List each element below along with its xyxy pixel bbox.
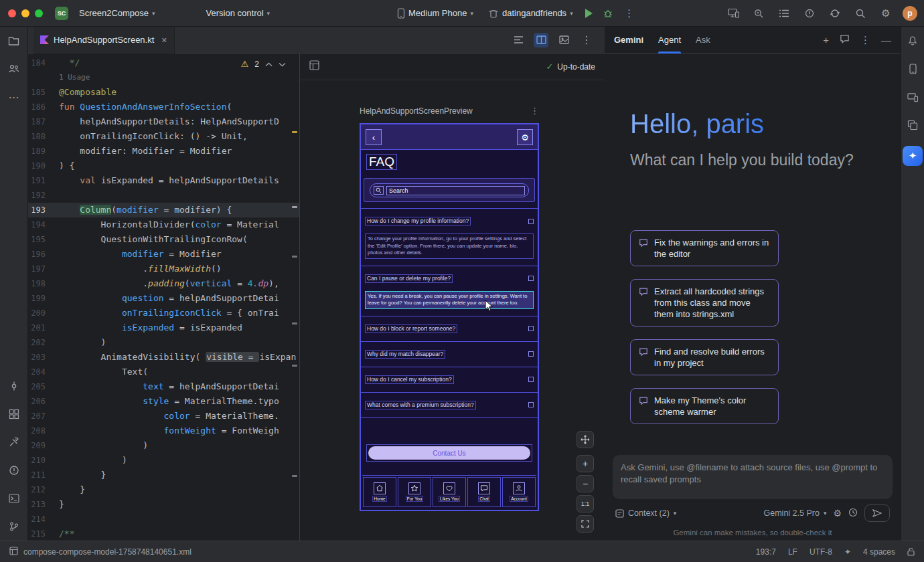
pan-tool-button[interactable] [576,431,594,448]
packages-tool-icon[interactable] [7,407,21,421]
split-view-icon[interactable] [534,33,548,48]
ai-assistant-status-icon[interactable]: ✦ [844,547,851,557]
nav-item-home[interactable]: Home [363,477,396,507]
model-selector[interactable]: Gemini 2.5 Pro ▾ [764,508,827,518]
preview-options-icon[interactable]: ⋮ [530,106,539,116]
indent-setting[interactable]: 4 spaces [863,547,895,557]
tab-ask[interactable]: Ask [696,27,710,54]
settings-gear-icon[interactable]: ⚙ [877,5,895,22]
caret-position[interactable]: 193:7 [756,547,776,557]
gradle-sync-icon[interactable] [826,5,844,22]
editor-tab[interactable]: HelpAndSupportScreen.kt × [33,27,175,54]
running-devices-icon[interactable] [905,62,920,76]
minimize-window-button[interactable] [21,9,29,17]
context-chip[interactable]: Context (2) ▾ [615,508,676,518]
more-tool-windows-icon[interactable]: ⋯ [7,90,21,104]
device-mirroring-icon[interactable] [724,5,742,22]
version-control-tool-icon[interactable] [7,519,21,534]
faq-question-row[interactable]: Can I pause or delete my profile? [361,266,538,291]
back-button[interactable]: ‹ [366,129,382,145]
contact-us-button[interactable]: Contact Us [368,446,530,460]
nav-item-person[interactable]: Account [502,477,536,507]
zoom-ratio-button[interactable]: 1:1 [576,495,594,512]
search-bar[interactable]: Search [370,183,529,197]
code-editor-pane[interactable]: 184 */1 Usage185@Composable186fun Questi… [28,54,300,541]
device-selector[interactable]: Medium Phone ▾ [392,5,479,21]
structure-tool-icon[interactable] [7,62,21,76]
close-tab-icon[interactable]: × [161,35,167,45]
file-encoding[interactable]: UTF-8 [810,547,832,557]
expand-toggle-icon[interactable] [528,402,534,407]
problems-tool-icon[interactable] [7,463,21,478]
settings-gear-button[interactable]: ⚙ [517,129,533,145]
code-view-icon[interactable] [511,33,526,48]
faq-question-row[interactable]: What comes with a premium subscription? [361,393,538,417]
resource-manager-icon[interactable] [905,118,920,132]
gemini-suggestion-card[interactable]: Fix the warnings and errors in the edito… [630,230,779,266]
search-icon[interactable] [852,5,869,22]
preview-canvas[interactable]: HelpAndSupportScreenPreview ⋮ ‹ ⚙ FAQ [300,80,605,541]
expand-toggle-icon[interactable] [528,377,534,382]
code-area[interactable]: 184 */1 Usage185@Composable186fun Questi… [28,54,299,541]
status-file-name[interactable]: compose-compose-model-1758748140651.xml [23,547,191,557]
gemini-suggestion-card[interactable]: Make my Theme's color scheme warmer [630,388,779,424]
vcs-menu[interactable]: Version control ▾ [201,5,276,21]
maximize-window-button[interactable] [35,9,43,17]
preview-sync-status[interactable]: ✓ Up-to-date [546,62,595,72]
gemini-prompt-input[interactable]: Ask Gemini, use @filename to attach sour… [613,455,893,499]
history-clock-icon[interactable] [848,508,858,519]
zoom-in-button[interactable]: + [576,455,594,472]
faq-question-row[interactable]: How do I cancel my subscription? [361,367,538,392]
terminal-tool-icon[interactable] [7,491,21,506]
device-manager-icon[interactable] [905,90,920,104]
faq-question-row[interactable]: How do I change my profile information? [361,209,538,233]
expand-toggle-icon[interactable] [528,326,534,331]
faq-question-row[interactable]: Why did my match disappear? [361,342,538,367]
search-input[interactable]: Search [386,186,525,195]
write-access-lock-icon[interactable] [907,547,915,556]
send-button[interactable] [864,504,890,522]
error-stripe-mark[interactable] [292,322,297,324]
user-avatar[interactable]: p [903,6,917,21]
tab-agent[interactable]: Agent [658,27,681,54]
panel-options-icon[interactable]: ⋮ [860,34,870,46]
faq-question-row[interactable]: How do I block or report someone? [361,316,538,341]
gemini-suggestion-card[interactable]: Extract all hardcoded strings from this … [630,279,779,326]
hide-panel-icon[interactable]: — [881,34,891,45]
app-insights-icon[interactable] [801,5,818,22]
close-window-button[interactable] [8,9,16,17]
zoom-to-fit-button[interactable] [576,515,594,533]
inspection-widget[interactable]: ⚠ 2 [241,59,286,69]
zoom-out-button[interactable]: − [576,475,594,492]
build-tool-icon[interactable] [7,435,21,450]
expand-toggle-icon[interactable] [528,351,534,357]
chat-history-icon[interactable] [840,34,850,45]
new-chat-icon[interactable]: + [823,34,829,45]
debug-button[interactable] [599,5,617,22]
expand-toggle-icon[interactable] [528,219,534,224]
error-stripe-mark[interactable] [292,475,297,477]
nav-item-chat[interactable]: Chat [467,477,501,507]
editor-options-icon[interactable]: ⋮ [579,33,594,48]
next-warning-icon[interactable] [279,60,286,69]
previous-warning-icon[interactable] [265,60,273,69]
run-button[interactable] [585,9,593,18]
gemini-suggestion-card[interactable]: Find and resolve build errors in my proj… [630,339,779,375]
error-stripe-mark[interactable] [292,256,297,258]
project-menu[interactable]: Screen2Compose ▾ [74,5,161,21]
commit-tool-icon[interactable] [7,379,21,393]
preview-layout-icon[interactable] [309,60,319,73]
error-stripe-mark[interactable] [292,365,297,367]
more-run-actions-icon[interactable]: ⋮ [621,5,638,22]
error-stripe-mark[interactable] [292,206,297,208]
run-configuration-selector[interactable]: datingandfriends ▾ [483,5,579,21]
project-tool-icon[interactable] [7,33,21,48]
error-stripe-mark[interactable] [292,131,297,133]
gemini-tool-icon[interactable]: ✦ [903,146,923,166]
design-view-icon[interactable] [556,33,571,48]
nav-item-star[interactable]: For You [398,477,431,507]
nav-item-heart[interactable]: Likes You [433,477,466,507]
notifications-bell-icon[interactable] [905,33,920,48]
gemini-settings-icon[interactable]: ⚙ [833,508,842,519]
line-separator[interactable]: LF [788,547,797,557]
